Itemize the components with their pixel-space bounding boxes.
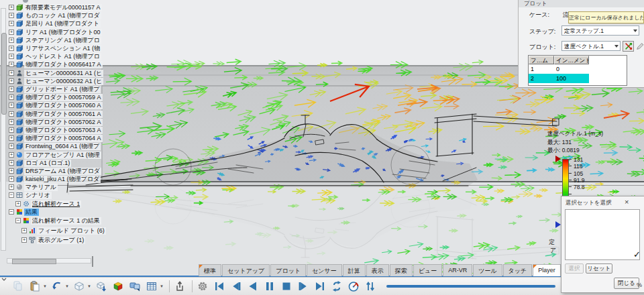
chevron-down-icon[interactable] [633,30,637,32]
tree-expander[interactable]: + [9,70,14,76]
play-reverse-button[interactable] [246,279,260,294]
tree-expander[interactable]: + [9,38,14,43]
tree-item-label[interactable]: 物理プロダクト00056417 A [24,61,103,68]
tree-expander[interactable]: − [9,209,14,215]
table-cell[interactable]: 0 [554,64,589,74]
tree-item-label[interactable]: kaiseki_jiku A1 (物理プロダ [24,176,101,183]
tree-item-label[interactable]: ヘッドレスト A1 (物理プロ [24,53,101,60]
tree-item-label[interactable]: マテリアル [24,184,58,191]
table-cell[interactable]: 100 [554,74,589,83]
tree-item-label[interactable]: グリッドボード A1 (物理プ [24,86,101,93]
toolbar-overflow-chevron[interactable] [1,277,7,282]
tree-horizontal-scrollbar[interactable] [7,258,91,263]
tree-item-label[interactable]: 結果 [24,209,39,216]
edit-plot-button[interactable] [635,41,644,52]
tree-expander[interactable]: + [9,143,14,149]
selection-list[interactable] [565,209,640,260]
chevron-down-icon[interactable]: ▼ [65,284,70,288]
reset-button[interactable]: リセット [586,263,612,274]
tree-item-label[interactable]: 物理プロダクト00057062 A [24,119,103,126]
tree-expander[interactable]: − [9,192,14,198]
tree-item-label[interactable]: 物理プロダクト00057061 A [24,111,103,118]
select-button[interactable]: 選択 [565,263,584,274]
tree-expander[interactable]: + [9,127,14,133]
tree-item-label[interactable]: シナリオ [24,192,52,199]
tree-expander[interactable]: + [9,62,14,67]
tree-item-label[interactable]: 有限要素モデル00001157 A [24,4,102,11]
tree-item-label[interactable]: フィールド プロット (6) [37,227,106,235]
tree-expander[interactable]: + [9,46,14,51]
part-import-button[interactable] [94,279,109,294]
skip-start-button[interactable] [212,279,227,294]
step-back-button[interactable] [229,279,244,294]
speed-button[interactable] [346,279,361,294]
export-button[interactable] [172,279,187,294]
ribbon-tab[interactable]: 標準 [199,264,221,276]
tree-expander[interactable]: + [21,237,27,243]
tree-item-label[interactable]: リア A1 (物理プロダクト00 [24,29,102,36]
undo-button[interactable] [50,279,64,294]
tree-expander[interactable]: + [9,13,14,18]
tree-item-label[interactable]: 流れ解析ケース 1 の結果 [31,217,101,225]
tree-item-label[interactable]: 流れ解析ケース 1 [31,200,81,208]
table-cell[interactable]: 1 [529,64,554,74]
tree-item-label[interactable]: DRSアーム A1 (物理プロダ [24,168,101,175]
tree-item-label[interactable]: フロアアセンブリ A1 (物理 [24,152,101,159]
ribbon-tab[interactable]: 表示 [366,264,389,276]
tree-expander[interactable]: + [9,5,14,10]
tree-expander[interactable]: + [9,135,14,141]
tree-item-label[interactable]: 物理プロダクト00057063 A [24,127,103,134]
paste-button[interactable] [28,279,42,294]
frame-table[interactable]: フ…ムイン…メント102100 [528,55,627,86]
panel-splitter[interactable] [92,256,93,267]
tree-item-label[interactable]: ロゴ A1 (ロゴ.1) [24,160,71,167]
colorbar-max-marker[interactable] [555,156,561,162]
swap-vertical-button[interactable] [363,279,378,294]
tree-expander[interactable]: + [9,119,14,125]
colored-cube-button[interactable] [111,279,125,294]
ribbon-tab[interactable]: タッチ [503,264,533,276]
tree-item-label[interactable]: 足回り A1 (物理プロダクト [24,20,101,27]
ribbon-tab[interactable]: Player [533,264,561,276]
tree-expander[interactable]: + [9,160,14,166]
tree-item-label[interactable]: リアサスペンション A1 (物 [24,45,101,52]
tree-expander[interactable]: + [21,228,27,233]
tree-item-label[interactable]: 表示グループ (1) [37,237,85,244]
scrollbar-thumb[interactable] [12,259,56,264]
tree-expander[interactable]: + [9,152,14,158]
tree-expander[interactable]: + [9,176,14,182]
chevron-down-icon[interactable] [614,45,619,48]
step-combobox[interactable]: 定常ステップ.1 [561,25,639,36]
tree-expander[interactable]: + [9,30,14,35]
close-icon[interactable]: × [625,198,629,206]
stop-button[interactable] [279,279,294,294]
frames-button[interactable] [127,279,142,294]
tree-item-label[interactable]: ヒューマン00000631 A1 (ヒ [24,70,103,77]
tree-item-label[interactable]: 物理プロダクト00057060 A [24,102,103,109]
scrollbar-thumb[interactable] [1,33,7,115]
close-button[interactable]: 閉じる [614,278,639,289]
ribbon-tab[interactable]: ビュー [413,264,442,276]
tree-expander[interactable]: + [9,103,14,108]
table-cell[interactable]: 2 [529,74,554,83]
tree-expander[interactable]: + [15,201,21,206]
tree-item-label[interactable]: Frontwing_0604 A1 (物理プ [24,143,101,150]
chevron-down-icon[interactable]: ▼ [87,284,92,288]
tree-expander[interactable]: − [15,218,21,223]
step-forward-button[interactable] [296,279,311,294]
tree-item-label[interactable]: ヒューマン00000632 A1 (ヒ [24,78,103,85]
tree-expander[interactable]: + [9,184,14,190]
timeline-slider[interactable] [386,285,555,288]
ribbon-tab[interactable]: 計算 [343,264,366,276]
table-header[interactable]: フ…ム [529,56,554,64]
copy-button[interactable] [11,279,25,294]
ribbon-tab[interactable]: センサー [307,264,342,276]
table-header[interactable]: イン…メント [554,56,589,64]
skip-end-button[interactable] [313,279,327,294]
table-view-button[interactable] [144,279,159,294]
tree-expander[interactable]: + [9,21,14,26]
tree-item-label[interactable]: ものコック A1 (物理プロダ [24,12,101,19]
exchange-button[interactable] [623,41,634,52]
tree-item-label[interactable]: 物理プロダクト00057059 A [24,94,103,101]
ribbon-tab[interactable]: プロット [270,264,306,276]
